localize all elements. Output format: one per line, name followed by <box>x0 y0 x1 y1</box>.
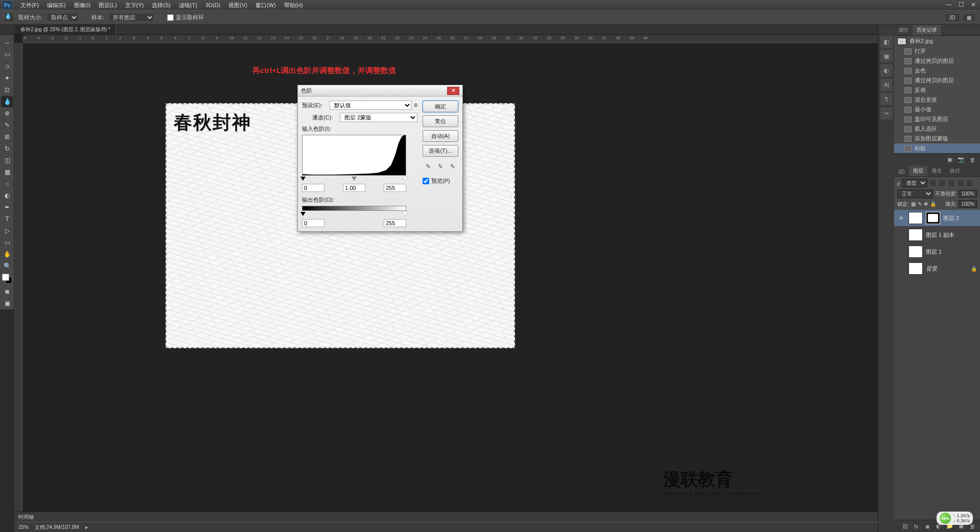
history-item[interactable]: 粘贴 <box>894 143 980 153</box>
dialog-titlebar[interactable]: 色阶 ✕ <box>298 85 462 96</box>
layer-style-icon[interactable]: fx <box>913 523 920 530</box>
menu-edit[interactable]: 编辑(E) <box>43 1 70 10</box>
output-black-field[interactable] <box>302 219 324 227</box>
magic-wand-tool-icon[interactable]: ✦ <box>1 72 13 84</box>
menu-file[interactable]: 文件(F) <box>16 1 43 10</box>
eraser-tool-icon[interactable]: ◫ <box>1 155 13 166</box>
layer-row[interactable]: 图层 1 副本 <box>894 227 980 244</box>
channel-select[interactable]: 图层 2蒙版 <box>340 113 417 122</box>
history-snapshot[interactable]: 春秋2.jpg <box>894 36 980 46</box>
delete-state-icon[interactable]: 🗑 <box>969 156 976 163</box>
minimize-icon[interactable]: — <box>944 1 953 8</box>
crop-tool-icon[interactable]: ⊡ <box>1 84 13 95</box>
new-snapshot-icon[interactable]: 📷 <box>958 156 965 163</box>
ok-button[interactable]: 确定 <box>423 101 458 112</box>
color-swatches[interactable] <box>2 274 12 284</box>
properties-tab[interactable]: 属性 <box>894 25 913 35</box>
menu-select[interactable]: 选择(S) <box>148 1 175 10</box>
layer-filter-kind[interactable]: 类型 <box>902 179 927 187</box>
history-item[interactable]: 打开 <box>894 46 980 56</box>
output-white-field[interactable] <box>384 219 406 227</box>
input-gamma-field[interactable] <box>343 184 365 192</box>
lock-all-icon[interactable]: 🔒 <box>930 201 936 207</box>
menu-help[interactable]: 帮助(H) <box>280 1 307 10</box>
opacity-value[interactable]: 100% <box>959 190 977 198</box>
path-select-tool-icon[interactable]: ▷ <box>1 225 13 236</box>
history-item[interactable]: 混合更改 <box>894 95 980 105</box>
stamp-tool-icon[interactable]: ⊞ <box>1 131 13 142</box>
auto-button[interactable]: 自动(A) <box>423 130 458 142</box>
sample-select[interactable]: 所有图层 <box>108 13 154 22</box>
output-slider[interactable] <box>302 212 406 217</box>
fill-value[interactable]: 100% <box>959 200 977 208</box>
layer-row[interactable]: 👁图层 2 <box>894 210 980 227</box>
black-point-slider[interactable] <box>300 177 306 181</box>
adjustments-panel-icon[interactable]: ◐ <box>880 64 893 77</box>
screen-mode-icon[interactable]: ▣ <box>1 298 13 309</box>
white-eyedropper-icon[interactable]: ✎ <box>450 163 458 171</box>
filter-shape-icon[interactable] <box>957 180 964 187</box>
info-menu-icon[interactable]: ▸ <box>85 524 88 530</box>
input-white-field[interactable] <box>384 184 406 192</box>
document-tab[interactable]: 春秋2.jpg @ 25% (图层 2, 图层蒙版/8) * <box>15 25 116 34</box>
blend-mode-select[interactable]: 正常 <box>897 189 933 198</box>
tab-3d[interactable]: 3D <box>894 167 909 176</box>
menu-view[interactable]: 视图(V) <box>224 1 251 10</box>
preset-menu-icon[interactable]: ≡ <box>414 102 417 109</box>
menu-filter[interactable]: 滤镜(T) <box>175 1 201 10</box>
input-slider[interactable] <box>302 177 406 182</box>
menu-image[interactable]: 图像(I) <box>70 1 95 10</box>
network-widget[interactable]: 68% ↑ 1.2K/s ↓ 0.3K/s <box>937 512 973 525</box>
brush-tool-icon[interactable]: ✎ <box>1 119 13 131</box>
white-point-slider[interactable] <box>403 177 408 181</box>
menu-type[interactable]: 文字(Y) <box>121 1 148 10</box>
zoom-level[interactable]: 25% <box>18 524 29 530</box>
lock-position-icon[interactable]: ✥ <box>924 201 928 207</box>
mode-3d-button[interactable]: 3D <box>944 13 960 22</box>
paragraph-panel-icon[interactable]: ¶ <box>880 93 893 105</box>
layer-thumbnail[interactable] <box>908 262 923 275</box>
input-black-field[interactable] <box>302 184 324 192</box>
history-item[interactable]: 去色 <box>894 66 980 76</box>
hand-tool-icon[interactable]: ✋ <box>1 249 13 260</box>
filter-adjust-icon[interactable] <box>939 180 946 187</box>
tab-layers[interactable]: 图层 <box>909 166 927 176</box>
history-item[interactable]: 反相 <box>894 85 980 95</box>
swatches-panel-icon[interactable]: ▦ <box>880 50 893 62</box>
preset-select[interactable]: 默认值 <box>330 101 412 110</box>
close-icon[interactable]: ✕ <box>969 1 978 8</box>
character-panel-icon[interactable]: A| <box>880 79 893 91</box>
visibility-toggle-icon[interactable]: 👁 <box>897 215 905 221</box>
gray-point-slider[interactable] <box>352 177 357 181</box>
foreground-color-swatch[interactable] <box>2 274 9 281</box>
history-item[interactable]: 添加图层蒙版 <box>894 134 980 143</box>
eyedropper-tool-icon[interactable]: 💧 <box>4 12 14 22</box>
dodge-tool-icon[interactable]: ◐ <box>1 190 13 201</box>
history-item[interactable]: 最小值 <box>894 105 980 114</box>
menu-3d[interactable]: 3D(D) <box>201 1 224 9</box>
show-sample-ring-checkbox[interactable] <box>167 14 174 21</box>
output-white-slider[interactable] <box>403 212 408 216</box>
history-item[interactable]: 载入选区 <box>894 124 980 134</box>
shape-tool-icon[interactable]: ▭ <box>1 237 13 248</box>
type-tool-icon[interactable]: T <box>1 213 13 225</box>
menu-layer[interactable]: 图层(L) <box>95 1 121 10</box>
tab-channels[interactable]: 通道 <box>927 166 946 176</box>
history-item[interactable]: 通过拷贝的图层 <box>894 56 980 66</box>
layer-thumbnail[interactable] <box>908 212 923 224</box>
menu-window[interactable]: 窗口(W) <box>251 1 280 10</box>
lasso-tool-icon[interactable]: ⊃ <box>1 61 13 72</box>
output-black-slider[interactable] <box>300 212 306 216</box>
lock-transparent-icon[interactable]: ▦ <box>911 201 916 207</box>
document-info[interactable]: 文档:24.9M/107.8M <box>35 524 79 531</box>
history-item[interactable]: 通过拷贝的图层 <box>894 76 980 85</box>
dialog-close-button[interactable]: ✕ <box>447 87 459 95</box>
cancel-button[interactable]: 复位 <box>423 115 458 127</box>
history-item[interactable]: 盖印可见图层 <box>894 114 980 124</box>
color-panel-icon[interactable]: ◧ <box>880 36 893 48</box>
history-tab[interactable]: 历史记录 <box>913 25 941 35</box>
layer-thumbnail[interactable] <box>908 229 923 241</box>
lock-pixels-icon[interactable]: ✎ <box>918 201 922 207</box>
link-layers-icon[interactable]: ⛓ <box>901 523 908 530</box>
layer-mask-thumbnail[interactable] <box>926 212 940 224</box>
